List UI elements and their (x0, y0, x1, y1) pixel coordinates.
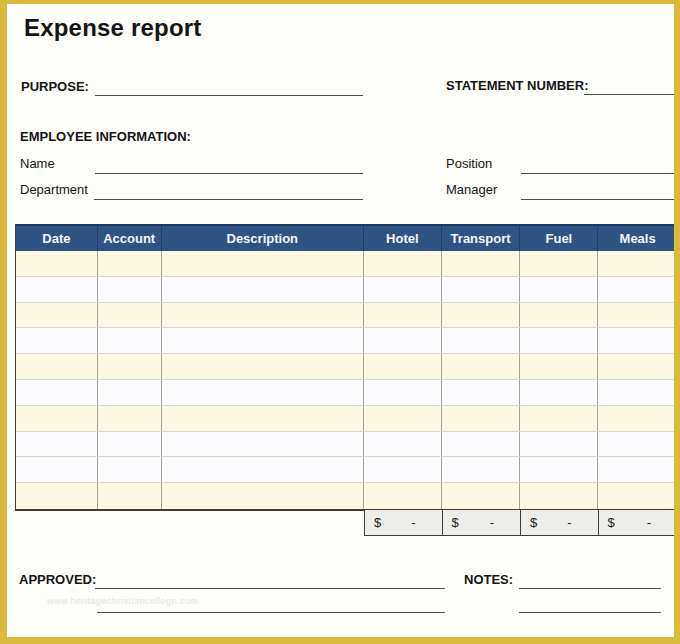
expense-cell[interactable] (16, 328, 98, 353)
expense-cell[interactable] (162, 251, 364, 276)
expense-cell[interactable] (442, 457, 521, 482)
expense-cell[interactable] (98, 328, 162, 353)
expense-cell[interactable] (520, 354, 598, 379)
total-value: - (411, 515, 415, 530)
department-field[interactable] (94, 183, 363, 200)
expense-cell[interactable] (520, 328, 598, 353)
expense-cell[interactable] (442, 277, 521, 302)
expense-cell[interactable] (598, 277, 677, 302)
expense-cell[interactable] (598, 328, 677, 353)
column-header-fuel: Fuel (520, 226, 598, 251)
expense-cell[interactable] (364, 432, 442, 457)
expense-cell[interactable] (520, 483, 598, 509)
expense-table: DateAccountDescriptionHotelTransportFuel… (15, 224, 678, 511)
expense-cell[interactable] (598, 406, 677, 431)
table-row (16, 406, 677, 432)
expense-cell[interactable] (16, 277, 98, 302)
department-label: Department (20, 182, 88, 197)
statement-number-label: STATEMENT NUMBER: (446, 78, 589, 93)
expense-cell[interactable] (364, 251, 442, 276)
table-row (16, 483, 677, 509)
expense-cell[interactable] (162, 432, 364, 457)
expense-cell[interactable] (598, 251, 677, 276)
manager-field[interactable] (521, 183, 677, 200)
expense-cell[interactable] (598, 457, 677, 482)
expense-cell[interactable] (520, 277, 598, 302)
expense-cell[interactable] (98, 277, 162, 302)
total-cell-hotel: $- (365, 510, 443, 535)
expense-cell[interactable] (16, 457, 98, 482)
expense-cell[interactable] (520, 251, 598, 276)
expense-cell[interactable] (520, 380, 598, 405)
expense-cell[interactable] (364, 457, 442, 482)
expense-cell[interactable] (442, 328, 521, 353)
expense-cell[interactable] (98, 251, 162, 276)
expense-cell[interactable] (162, 406, 364, 431)
expense-cell[interactable] (162, 380, 364, 405)
expense-cell[interactable] (598, 354, 677, 379)
expense-cell[interactable] (442, 354, 521, 379)
expense-cell[interactable] (442, 251, 521, 276)
expense-cell[interactable] (98, 380, 162, 405)
currency-symbol: $ (530, 515, 537, 530)
expense-cell[interactable] (98, 354, 162, 379)
expense-cell[interactable] (520, 457, 598, 482)
expense-cell[interactable] (442, 432, 521, 457)
total-cell-transport: $- (443, 510, 522, 535)
expense-cell[interactable] (162, 303, 364, 328)
expense-cell[interactable] (598, 432, 677, 457)
approved-signature-field[interactable] (95, 572, 445, 589)
expense-cell[interactable] (364, 277, 442, 302)
expense-cell[interactable] (98, 457, 162, 482)
expense-cell[interactable] (16, 483, 98, 509)
expense-cell[interactable] (162, 354, 364, 379)
table-row (16, 354, 677, 380)
expense-cell[interactable] (364, 380, 442, 405)
expense-cell[interactable] (598, 380, 677, 405)
total-cell-fuel: $- (521, 510, 599, 535)
expense-cell[interactable] (598, 303, 677, 328)
expense-cell[interactable] (364, 328, 442, 353)
expense-cell[interactable] (98, 303, 162, 328)
statement-number-field[interactable] (584, 78, 678, 95)
name-label: Name (20, 156, 55, 171)
expense-cell[interactable] (442, 380, 521, 405)
expense-cell[interactable] (16, 406, 98, 431)
expense-cell[interactable] (442, 483, 521, 509)
name-field[interactable] (95, 157, 363, 174)
expense-cell[interactable] (162, 457, 364, 482)
expense-cell[interactable] (442, 303, 521, 328)
expense-cell[interactable] (364, 303, 442, 328)
expense-cell[interactable] (364, 354, 442, 379)
expense-cell[interactable] (98, 483, 162, 509)
approved-signature-field-2[interactable] (97, 596, 445, 613)
expense-cell[interactable] (520, 432, 598, 457)
expense-cell[interactable] (16, 251, 98, 276)
page-title: Expense report (24, 14, 202, 42)
table-row (16, 328, 677, 354)
purpose-label: PURPOSE: (21, 79, 89, 94)
totals-row: $-$-$-$- (364, 509, 678, 536)
total-cell-meals: $- (599, 510, 677, 535)
expense-cell[interactable] (98, 406, 162, 431)
expense-cell[interactable] (16, 354, 98, 379)
expense-cell[interactable] (442, 406, 521, 431)
expense-cell[interactable] (162, 483, 364, 509)
expense-cell[interactable] (364, 406, 442, 431)
notes-field[interactable] (519, 572, 661, 589)
expense-cell[interactable] (364, 483, 442, 509)
expense-cell[interactable] (520, 406, 598, 431)
position-field[interactable] (521, 157, 677, 174)
notes-field-2[interactable] (519, 596, 661, 613)
expense-cell[interactable] (98, 432, 162, 457)
expense-cell[interactable] (162, 277, 364, 302)
expense-cell[interactable] (16, 303, 98, 328)
expense-cell[interactable] (520, 303, 598, 328)
expense-cell[interactable] (162, 328, 364, 353)
expense-cell[interactable] (598, 483, 677, 509)
expense-cell[interactable] (16, 380, 98, 405)
purpose-field[interactable] (95, 79, 363, 96)
table-row (16, 432, 677, 458)
total-value: - (567, 515, 571, 530)
expense-cell[interactable] (16, 432, 98, 457)
